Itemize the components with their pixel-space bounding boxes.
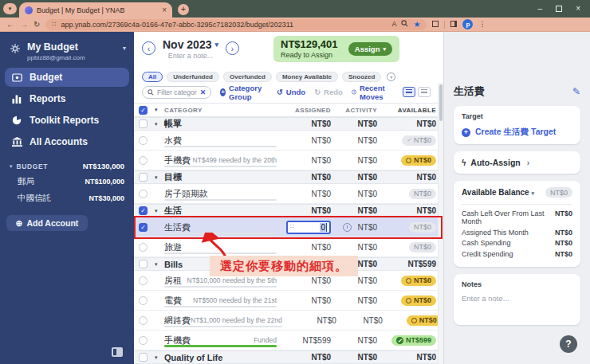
available-cell[interactable]: NT$0 — [377, 155, 436, 166]
snooze-options-icon[interactable]: ▾ — [387, 72, 395, 81]
group-caret-icon[interactable]: ▾ — [155, 174, 164, 181]
notes-card[interactable]: Notes Enter a note... — [454, 274, 580, 325]
search-lens-icon[interactable] — [401, 20, 408, 29]
filter-pill-snoozed[interactable]: Snoozed — [342, 72, 381, 82]
available-cell[interactable]: NT$599 — [377, 260, 436, 268]
move-money-clock-icon[interactable] — [343, 223, 352, 232]
row-checkbox[interactable] — [139, 243, 148, 252]
edit-pencil-icon[interactable]: ✎ — [572, 86, 580, 97]
assigned-value[interactable]: NT$0 — [283, 190, 331, 198]
tab-search-icon[interactable]: ▾ — [3, 3, 17, 14]
assigned-input[interactable]: ∷0 — [286, 221, 331, 234]
assigned-value[interactable]: NT$599 — [283, 336, 331, 345]
group-caret-icon[interactable]: ▾ — [155, 261, 164, 268]
row-checkbox[interactable] — [139, 276, 148, 285]
assigned-value[interactable]: NT$0 — [283, 206, 331, 215]
available-cell[interactable]: NT$0 — [377, 206, 436, 215]
category-row[interactable]: 手機費FundedNT$599NT$0✓NT$599 — [134, 331, 443, 350]
previous-month-button[interactable]: ‹ — [142, 41, 155, 55]
activity-value[interactable]: NT$0 — [331, 136, 377, 145]
side-panel-icon[interactable] — [450, 21, 457, 29]
available-balance-toggle[interactable]: Available Balance ▾ — [462, 188, 534, 197]
select-all-checkbox[interactable]: ✓ — [139, 106, 148, 115]
address-field[interactable]: ∷ app.ynab.com/27369c4a-0166-47e7-abbc-3… — [45, 19, 427, 30]
assigned-value[interactable]: NT$0 — [283, 353, 331, 362]
assigned-value[interactable]: NT$0 — [283, 243, 331, 252]
category-name[interactable]: 手機費 — [164, 155, 191, 166]
extensions-icon[interactable] — [432, 21, 439, 29]
available-pill[interactable]: NT$0 — [409, 189, 436, 199]
available-pill[interactable]: NT$0 — [401, 296, 436, 306]
category-row[interactable]: 手機費NT$499 needed by the 20thNT$0NT$0NT$0 — [134, 151, 443, 170]
available-cell[interactable]: ✓NT$0 — [377, 135, 436, 146]
column-header-available[interactable]: AVAILABLE — [377, 107, 436, 114]
activity-value[interactable]: NT$0 — [331, 173, 377, 182]
category-name[interactable]: 水費 — [164, 135, 182, 147]
category-group-row[interactable]: ▾目標NT$0NT$0NT$0 — [134, 170, 443, 184]
available-pill[interactable]: NT$0 — [401, 276, 436, 286]
available-cell[interactable]: NT$0 — [377, 296, 436, 306]
category-group-button[interactable]: + Category Group — [220, 84, 268, 101]
filter-pill-all[interactable]: All — [142, 72, 163, 82]
activity-value[interactable]: NT$0 — [331, 206, 377, 215]
category-name[interactable]: 帳單 — [164, 118, 182, 130]
category-name[interactable]: 生活 — [164, 205, 182, 217]
reload-icon[interactable]: ↻ — [33, 21, 40, 29]
assigned-value[interactable]: NT$0 — [283, 173, 331, 182]
row-checkbox[interactable] — [139, 136, 148, 145]
activity-value[interactable]: NT$0 — [331, 296, 377, 305]
activity-value[interactable]: NT$0 — [331, 276, 377, 285]
category-row[interactable]: 房子頭期款NT$0NT$0NT$0 — [134, 184, 443, 204]
available-pill[interactable]: NT$0 — [401, 155, 436, 166]
available-cell[interactable]: NT$0 — [377, 173, 436, 182]
assign-button[interactable]: Assign▾ — [348, 42, 392, 56]
account-row[interactable]: 郵局 NT$100,000 — [18, 176, 124, 187]
available-pill[interactable]: NT$0 — [407, 315, 442, 326]
category-name[interactable]: 房子頭期款 — [164, 188, 208, 200]
sidebar-item-toolkit-reports[interactable]: Toolkit Reports — [5, 111, 129, 130]
available-cell[interactable]: NT$0 — [377, 189, 436, 199]
window-maximize-button[interactable] — [556, 6, 562, 12]
budget-accounts-section[interactable]: ▾ BUDGET NT$130,000 — [10, 162, 124, 170]
new-tab-button[interactable]: + — [178, 4, 189, 15]
category-name[interactable]: 旅遊 — [164, 241, 182, 253]
row-checkbox[interactable] — [139, 353, 148, 362]
month-note-placeholder[interactable]: Enter a note... — [163, 52, 218, 60]
notes-placeholder[interactable]: Enter a note... — [462, 294, 572, 303]
activity-value[interactable]: NT$0 — [331, 190, 377, 198]
category-group-row[interactable]: ✓▾生活NT$0NT$0NT$0 — [134, 204, 443, 217]
group-caret-icon[interactable]: ▾ — [155, 354, 164, 361]
activity-value[interactable]: NT$0 — [336, 316, 383, 325]
available-cell[interactable]: ✓NT$599 — [377, 335, 436, 346]
available-cell[interactable]: NT$0 — [377, 242, 436, 252]
assigned-value[interactable]: NT$0 — [283, 156, 331, 165]
filter-pill-money-available[interactable]: Money Available — [276, 72, 338, 82]
filter-categories-input[interactable]: ✕ — [142, 86, 211, 99]
create-target-button[interactable]: + Create 生活費 Target — [462, 127, 572, 138]
browser-tab[interactable]: Budget | My Budget | YNAB × — [19, 2, 172, 18]
group-caret-icon[interactable]: ▾ — [155, 121, 164, 127]
account-row[interactable]: 中國信託 NT$30,000 — [18, 193, 124, 204]
row-checkbox[interactable] — [139, 119, 148, 128]
row-checkbox[interactable] — [139, 173, 148, 182]
category-group-row[interactable]: ▾Quality of LifeNT$0NT$0NT$0 — [134, 350, 443, 364]
view-default-toggle[interactable] — [403, 87, 415, 97]
undo-button[interactable]: ↺ Undo — [277, 88, 305, 96]
collapse-sidebar-icon[interactable] — [112, 347, 123, 357]
category-name[interactable]: 網路費 — [164, 315, 191, 327]
category-group-row[interactable]: ▾帳單NT$0NT$0NT$0 — [134, 117, 443, 131]
assigned-value[interactable]: NT$0 — [283, 119, 331, 128]
activity-value[interactable]: NT$0 — [331, 156, 377, 165]
translate-icon[interactable]: A — [391, 21, 396, 28]
budget-switcher[interactable]: My Budget ppbiz88@gmail.com ▾ — [10, 41, 126, 61]
row-checkbox[interactable] — [139, 316, 148, 325]
help-button[interactable]: ? — [560, 335, 577, 353]
row-checkbox[interactable] — [139, 260, 148, 268]
category-row[interactable]: 水費NT$0NT$0✓NT$0 — [134, 131, 443, 151]
filter-pill-underfunded[interactable]: Underfunded — [167, 72, 219, 82]
row-checkbox[interactable] — [139, 296, 148, 305]
assigned-value[interactable]: NT$0 — [283, 136, 331, 145]
activity-value[interactable]: NT$0 — [331, 243, 377, 252]
category-name[interactable]: Quality of Life — [164, 353, 222, 362]
available-cell[interactable]: NT$0 — [377, 119, 436, 128]
